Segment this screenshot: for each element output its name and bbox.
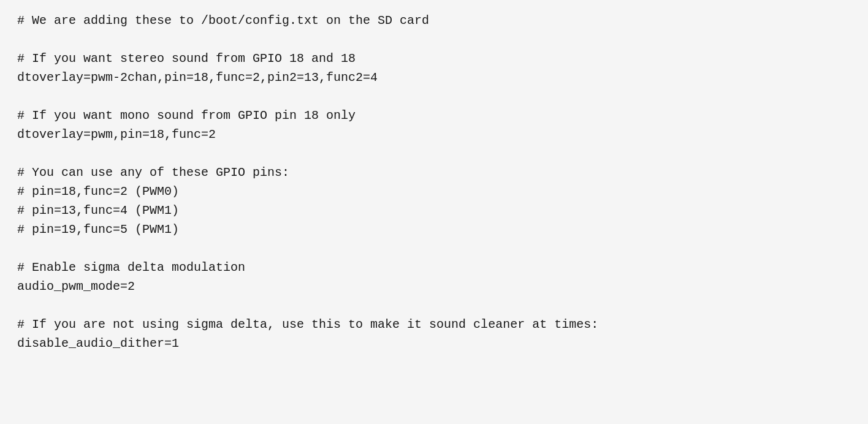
code-line-line11: audio_pwm_mode=2	[17, 279, 135, 293]
code-container: # We are adding these to /boot/config.tx…	[0, 0, 868, 424]
code-line-line6: # You can use any of these GPIO pins:	[17, 165, 289, 180]
code-line-line7: # pin=18,func=2 (PWM0)	[17, 184, 179, 199]
code-block: # We are adding these to /boot/config.tx…	[17, 11, 851, 353]
code-line-line8: # pin=13,func=4 (PWM1)	[17, 203, 179, 218]
code-line-line9: # pin=19,func=5 (PWM1)	[17, 222, 179, 237]
code-line-line1: # We are adding these to /boot/config.tx…	[17, 13, 429, 28]
code-line-line5: dtoverlay=pwm,pin=18,func=2	[17, 127, 216, 142]
code-line-line10: # Enable sigma delta modulation	[17, 260, 245, 274]
code-line-line3: dtoverlay=pwm-2chan,pin=18,func=2,pin2=1…	[17, 70, 378, 85]
code-line-line12: # If you are not using sigma delta, use …	[17, 317, 598, 331]
code-line-line13: disable_audio_dither=1	[17, 336, 179, 350]
code-line-line4: # If you want mono sound from GPIO pin 1…	[17, 108, 356, 123]
code-line-line2: # If you want stereo sound from GPIO 18 …	[17, 51, 356, 66]
